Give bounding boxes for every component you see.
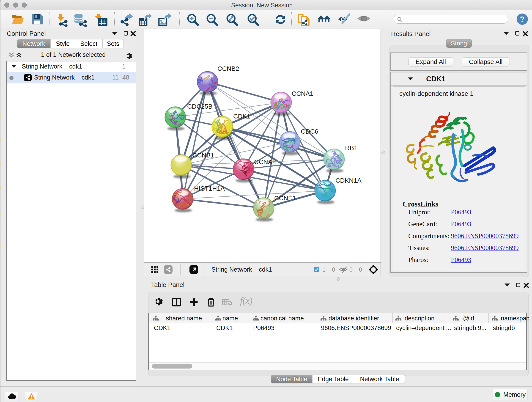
svg-text:CDKN1A: CDKN1A bbox=[336, 177, 361, 184]
svg-text:CDK1: CDK1 bbox=[233, 113, 250, 120]
svg-text:HIST1H1A: HIST1H1A bbox=[194, 185, 225, 192]
svg-text:CCNB1: CCNB1 bbox=[192, 152, 214, 159]
svg-text:CDC25B: CDC25B bbox=[187, 103, 212, 110]
svg-text:CDC6: CDC6 bbox=[301, 128, 318, 135]
svg-text:CCNA2: CCNA2 bbox=[254, 158, 276, 166]
svg-text:RB1: RB1 bbox=[345, 144, 357, 152]
svg-text:CCNA1: CCNA1 bbox=[292, 90, 313, 97]
svg-text:CCNB2: CCNB2 bbox=[217, 65, 239, 72]
svg-text:CCNE1: CCNE1 bbox=[274, 195, 296, 202]
